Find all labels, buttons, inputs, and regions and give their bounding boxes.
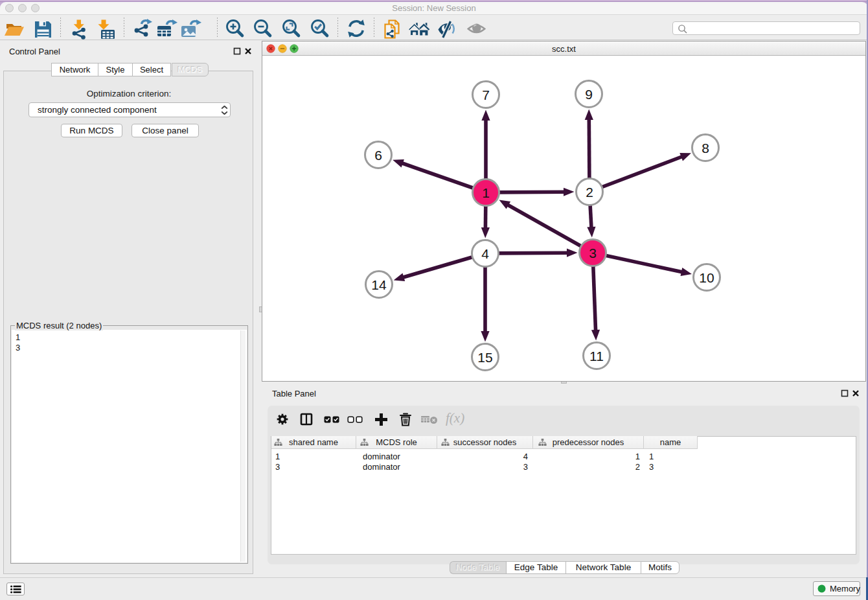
svg-text:15: 15 xyxy=(477,350,492,365)
svg-text:4: 4 xyxy=(481,246,489,261)
svg-text:2: 2 xyxy=(586,185,593,200)
svg-text:7: 7 xyxy=(482,87,490,102)
svg-text:11: 11 xyxy=(589,349,604,363)
svg-text:1: 1 xyxy=(482,185,490,200)
svg-text:3: 3 xyxy=(589,246,597,260)
svg-text:10: 10 xyxy=(699,270,714,285)
svg-text:9: 9 xyxy=(585,87,593,102)
svg-text:8: 8 xyxy=(702,141,709,156)
svg-text:14: 14 xyxy=(371,277,387,292)
svg-text:6: 6 xyxy=(374,148,382,163)
